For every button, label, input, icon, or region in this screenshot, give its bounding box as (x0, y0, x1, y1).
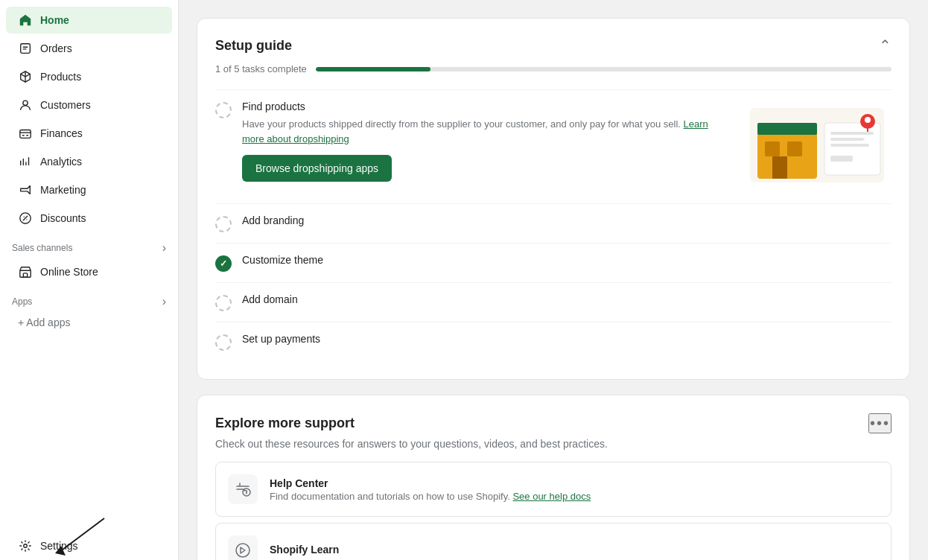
settings-icon (18, 538, 33, 553)
setup-guide-collapse-button[interactable]: ⌃ (879, 36, 892, 54)
svg-rect-12 (787, 141, 802, 156)
support-item-help-center[interactable]: Help Center Find documentation and tutor… (215, 462, 892, 517)
task-find-products-circle (215, 102, 232, 118)
support-item-help-center-title: Help Center (270, 477, 591, 489)
task-find-products-desc: Have your products shipped directly from… (242, 117, 732, 146)
shopify-learn-icon (228, 535, 258, 560)
setup-progress-row: 1 of 5 tasks complete (215, 63, 892, 74)
support-item-shopify-learn[interactable]: Shopify Learn (215, 523, 892, 560)
sales-channels-section: Sales channels › (0, 232, 178, 258)
apps-chevron[interactable]: › (162, 295, 166, 308)
sidebar-item-home[interactable]: Home (6, 7, 172, 34)
apps-section: Apps › (0, 286, 178, 311)
task-add-branding[interactable]: Add branding (215, 203, 892, 243)
task-set-up-payments[interactable]: Set up payments (215, 322, 892, 361)
svg-marker-7 (55, 546, 66, 556)
add-apps-button[interactable]: + Add apps (6, 312, 172, 333)
explore-support-header: Explore more support ••• (215, 413, 892, 433)
task-customize-theme-title: Customize theme (242, 254, 892, 266)
sidebar-item-customers[interactable]: Customers (6, 92, 172, 118)
customers-icon (18, 98, 33, 112)
analytics-icon (18, 154, 33, 169)
task-add-branding-circle (215, 216, 232, 232)
support-item-help-center-content: Help Center Find documentation and tutor… (270, 477, 591, 502)
svg-rect-15 (824, 123, 880, 175)
browse-dropshipping-apps-button[interactable]: Browse dropshipping apps (242, 155, 392, 182)
task-find-products-title: Find products (242, 101, 732, 112)
orders-icon (18, 41, 33, 56)
sidebar-item-orders[interactable]: Orders (6, 35, 172, 62)
sales-channels-chevron[interactable]: › (162, 241, 166, 255)
task-customize-theme[interactable]: Customize theme (215, 243, 892, 282)
svg-rect-13 (772, 156, 787, 179)
task-set-up-payments-title: Set up payments (242, 333, 892, 345)
svg-rect-14 (757, 123, 817, 135)
setup-progress-text: 1 of 5 tasks complete (215, 63, 307, 74)
svg-point-21 (865, 117, 871, 123)
find-products-illustration (743, 101, 892, 193)
annotation-arrow (45, 515, 119, 559)
svg-rect-17 (830, 138, 864, 141)
svg-line-6 (60, 518, 104, 552)
sidebar-item-analytics[interactable]: Analytics (6, 148, 172, 175)
home-icon (18, 13, 33, 28)
task-add-domain-content: Add domain (242, 293, 892, 310)
sidebar-item-finances[interactable]: Finances (6, 120, 172, 147)
marketing-icon (18, 182, 33, 197)
task-add-branding-title: Add branding (242, 214, 892, 226)
task-add-domain-title: Add domain (242, 293, 892, 305)
task-customize-theme-content: Customize theme (242, 254, 892, 270)
explore-support-card: Explore more support ••• Check out these… (197, 395, 910, 560)
sidebar-item-discounts[interactable]: Discounts (6, 205, 172, 232)
setup-guide-card: Setup guide ⌃ 1 of 5 tasks complete Find… (197, 18, 910, 380)
setup-guide-title: Setup guide (215, 38, 292, 54)
svg-rect-11 (765, 141, 780, 156)
discounts-icon (18, 211, 33, 226)
task-find-products-content: Find products Have your products shipped… (242, 101, 732, 182)
setup-progress-bar (316, 67, 892, 71)
support-item-shopify-learn-title: Shopify Learn (270, 544, 339, 556)
explore-support-title: Explore more support (215, 416, 355, 431)
sidebar-item-products[interactable]: Products (6, 63, 172, 90)
sidebar: Home Orders Products Customers (0, 0, 179, 560)
task-set-up-payments-circle (215, 334, 232, 351)
task-add-domain[interactable]: Add domain (215, 282, 892, 322)
setup-guide-header: Setup guide ⌃ (215, 36, 892, 54)
svg-rect-2 (20, 130, 31, 139)
help-center-link[interactable]: See our help docs (512, 491, 591, 502)
explore-support-desc: Check out these resources for answers to… (215, 438, 892, 450)
finances-icon (18, 126, 33, 141)
support-item-shopify-learn-content: Shopify Learn (270, 544, 339, 557)
task-set-up-payments-content: Set up payments (242, 333, 892, 349)
setup-progress-fill (316, 67, 431, 71)
svg-rect-4 (20, 270, 31, 277)
svg-point-8 (24, 544, 28, 548)
support-item-help-center-desc: Find documentation and tutorials on how … (270, 491, 591, 502)
sidebar-item-marketing[interactable]: Marketing (6, 176, 172, 203)
main-content: Setup guide ⌃ 1 of 5 tasks complete Find… (179, 0, 928, 560)
products-icon (18, 69, 33, 84)
svg-point-1 (23, 101, 28, 105)
svg-rect-16 (830, 132, 874, 135)
svg-point-23 (236, 544, 250, 557)
task-add-branding-content: Add branding (242, 214, 892, 231)
svg-rect-18 (830, 144, 869, 147)
task-customize-theme-circle (215, 255, 232, 272)
help-center-icon (228, 474, 258, 504)
svg-rect-0 (21, 44, 31, 54)
task-add-domain-circle (215, 295, 232, 311)
svg-rect-19 (830, 156, 853, 162)
svg-rect-5 (23, 273, 27, 277)
task-find-products[interactable]: Find products Have your products shipped… (215, 89, 892, 203)
sidebar-item-online-store[interactable]: Online Store (6, 258, 172, 285)
settings-arrow-annotation (0, 515, 178, 532)
explore-support-menu-button[interactable]: ••• (868, 413, 892, 433)
store-icon (18, 264, 33, 279)
